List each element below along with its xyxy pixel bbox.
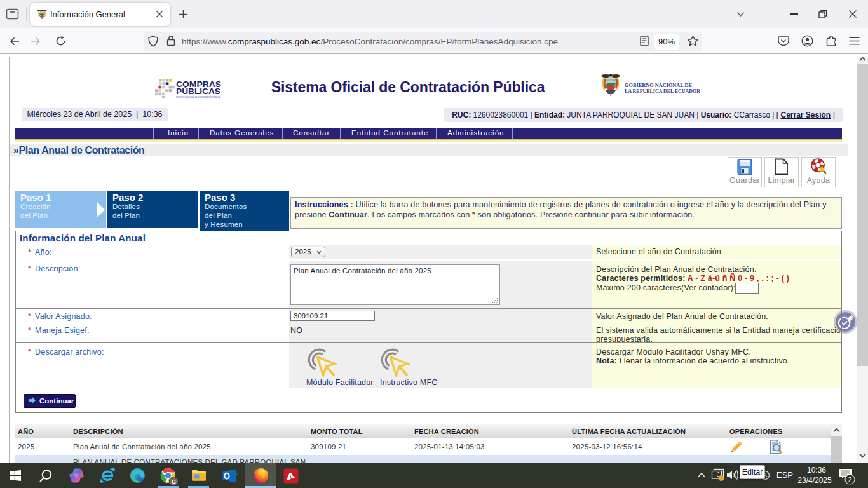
svg-text:2: 2 bbox=[848, 476, 851, 484]
svg-text:PÚBLICAS: PÚBLICAS bbox=[176, 86, 220, 96]
svg-text:SERVICIO NACIONAL DE CONTRATAC: SERVICIO NACIONAL DE CONTRATACIÓN PÚBLIC… bbox=[176, 95, 221, 98]
svg-text:LA REPUBLICA DEL ECUADOR: LA REPUBLICA DEL ECUADOR bbox=[625, 88, 701, 94]
